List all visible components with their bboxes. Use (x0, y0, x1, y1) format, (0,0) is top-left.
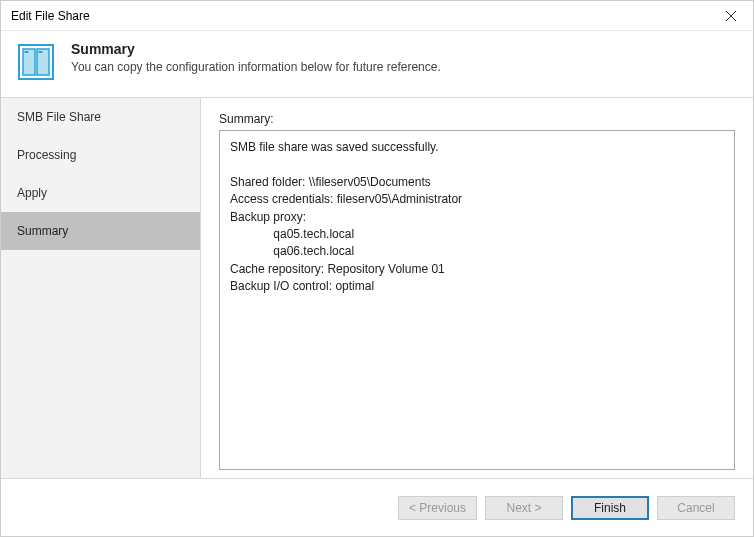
header-text: Summary You can copy the configuration i… (71, 41, 441, 74)
finish-button[interactable]: Finish (571, 496, 649, 520)
summary-label: Summary: (219, 112, 735, 126)
body: SMB File Share Processing Apply Summary … (1, 97, 753, 478)
content: Summary: SMB file share was saved succes… (201, 98, 753, 478)
sidebar-item-processing[interactable]: Processing (1, 136, 200, 174)
cancel-button: Cancel (657, 496, 735, 520)
dialog-window: Edit File Share Summary You can copy the… (0, 0, 754, 537)
summary-textbox[interactable]: SMB file share was saved successfully. S… (219, 130, 735, 470)
titlebar: Edit File Share (1, 1, 753, 31)
svg-rect-6 (39, 51, 43, 53)
page-subtitle: You can copy the configuration informati… (71, 60, 441, 74)
close-button[interactable] (708, 1, 753, 30)
sidebar-item-apply[interactable]: Apply (1, 174, 200, 212)
file-share-icon (15, 41, 57, 83)
close-icon (726, 11, 736, 21)
header: Summary You can copy the configuration i… (1, 31, 753, 97)
previous-button: < Previous (398, 496, 477, 520)
next-button: Next > (485, 496, 563, 520)
sidebar-item-smb-file-share[interactable]: SMB File Share (1, 98, 200, 136)
footer: < Previous Next > Finish Cancel (1, 478, 753, 536)
sidebar-item-summary[interactable]: Summary (1, 212, 200, 250)
window-title: Edit File Share (11, 9, 90, 23)
sidebar: SMB File Share Processing Apply Summary (1, 98, 201, 478)
svg-rect-5 (25, 51, 29, 53)
header-icon (15, 41, 57, 83)
page-title: Summary (71, 41, 441, 57)
